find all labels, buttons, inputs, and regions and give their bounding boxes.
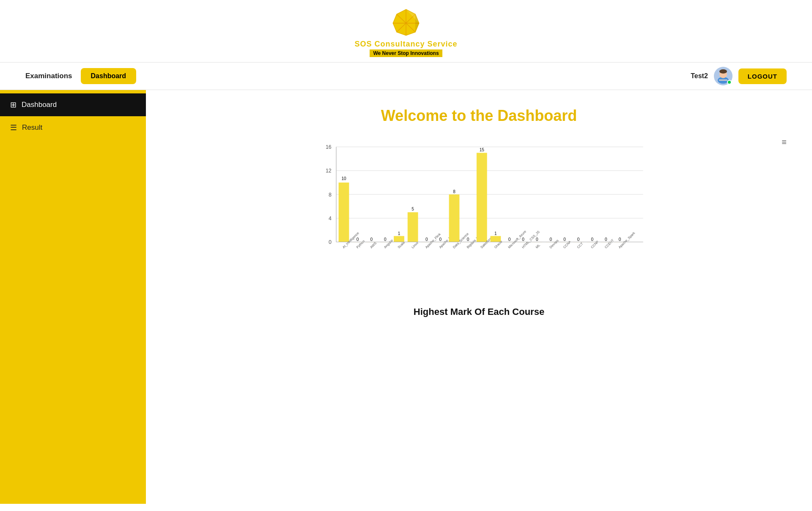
svg-text:0: 0 <box>467 237 469 242</box>
main-layout: ⊞ Dashboard ☰ Result Welcome to the Dash… <box>0 90 812 504</box>
svg-text:0: 0 <box>591 237 593 242</box>
nav-username: Test2 <box>691 72 708 80</box>
svg-text:12: 12 <box>326 168 332 174</box>
svg-point-10 <box>719 69 727 74</box>
svg-text:CCT: CCT <box>576 242 584 249</box>
nav-right: Test2 LOGOUT <box>691 67 787 85</box>
nav-examinations-link[interactable]: Examinations <box>25 72 72 80</box>
svg-rect-11 <box>719 79 727 81</box>
svg-rect-46 <box>449 194 460 242</box>
svg-text:1: 1 <box>398 231 401 236</box>
svg-text:0: 0 <box>605 237 607 242</box>
svg-text:1: 1 <box>494 231 497 236</box>
sidebar-item-result-label: Result <box>22 123 42 132</box>
svg-text:5: 5 <box>411 207 414 211</box>
svg-text:0: 0 <box>536 237 538 242</box>
svg-text:0: 0 <box>370 237 373 242</box>
svg-text:4: 4 <box>329 216 332 221</box>
svg-rect-22 <box>339 183 349 242</box>
svg-text:10: 10 <box>341 176 346 181</box>
company-tagline: We Never Stop Innovations <box>370 49 442 57</box>
logo-icon <box>391 8 421 37</box>
online-indicator <box>727 80 732 85</box>
svg-text:0: 0 <box>577 237 580 242</box>
svg-text:0: 0 <box>508 237 511 242</box>
dashboard-icon: ⊞ <box>10 100 16 109</box>
nav-dashboard-button[interactable]: Dashboard <box>81 68 137 84</box>
sidebar-item-dashboard-label: Dashboard <box>22 101 57 109</box>
welcome-title: Welcome to the Dashboard <box>171 107 787 125</box>
svg-text:16: 16 <box>326 144 332 150</box>
svg-text:0: 0 <box>425 237 428 242</box>
svg-rect-37 <box>408 212 418 242</box>
svg-text:8: 8 <box>453 189 455 194</box>
svg-text:0: 0 <box>563 237 566 242</box>
sidebar-item-dashboard[interactable]: ⊞ Dashboard <box>0 93 146 116</box>
sidebar-item-result[interactable]: ☰ Result <box>0 116 146 139</box>
bar-chart: 0 4 8 12 16 10 AI_Intelligence 0 Python <box>171 137 787 290</box>
welcome-highlight: Dashboard <box>497 107 577 124</box>
svg-text:0: 0 <box>522 237 524 242</box>
sidebar: ⊞ Dashboard ☰ Result <box>0 90 146 504</box>
section-title: Highest Mark Of Each Course <box>171 306 787 317</box>
svg-text:0: 0 <box>619 237 621 242</box>
svg-text:ML: ML <box>535 243 541 249</box>
svg-rect-52 <box>477 153 487 242</box>
welcome-text: Welcome to the <box>381 107 497 124</box>
svg-text:15: 15 <box>480 148 485 152</box>
svg-text:8: 8 <box>329 192 332 198</box>
avatar <box>714 67 732 85</box>
chart-area: 0 4 8 12 16 10 AI_Intelligence 0 Python <box>171 137 787 290</box>
svg-text:0: 0 <box>384 237 387 242</box>
svg-text:AWS: AWS <box>369 241 377 249</box>
chart-container: ≡ 0 4 8 12 16 <box>171 137 787 290</box>
company-name: SOS Consultancy Service <box>354 40 457 49</box>
result-icon: ☰ <box>10 123 17 132</box>
logout-button[interactable]: LOGOUT <box>738 68 787 84</box>
svg-text:0: 0 <box>357 237 359 242</box>
navbar: Examinations Dashboard Test2 L <box>0 63 812 90</box>
header: SOS Consultancy Service We Never Stop In… <box>0 0 812 63</box>
svg-text:0: 0 <box>550 237 552 242</box>
svg-text:0: 0 <box>329 239 332 245</box>
main-content: Welcome to the Dashboard ≡ 0 4 8 12 <box>146 90 812 504</box>
svg-text:0: 0 <box>439 237 442 242</box>
svg-marker-6 <box>415 14 419 32</box>
